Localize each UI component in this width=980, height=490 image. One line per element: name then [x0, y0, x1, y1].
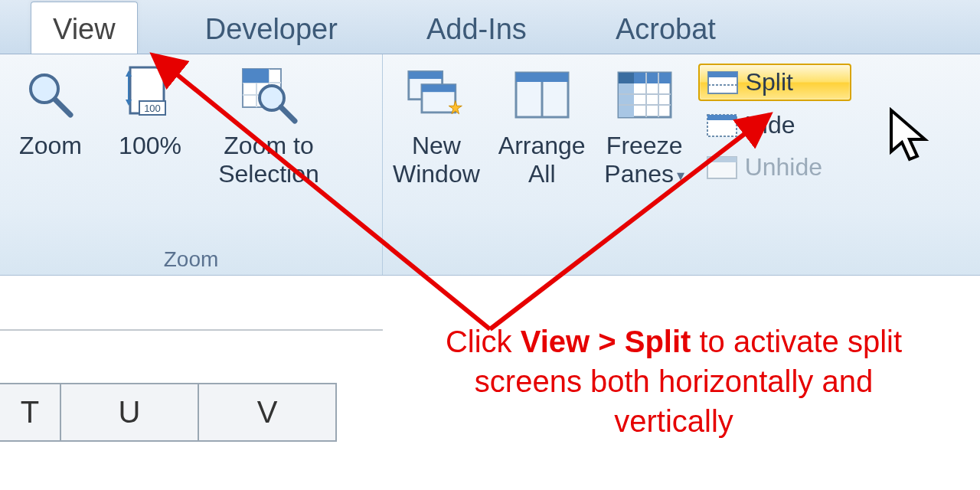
- hide-label: Hide: [745, 111, 795, 139]
- new-window-icon: [406, 64, 467, 126]
- zoom-label: Zoom: [19, 132, 82, 160]
- group-zoom: Zoom 100 100%: [0, 54, 383, 275]
- svg-text:100: 100: [144, 103, 161, 114]
- gridline: [0, 329, 383, 331]
- column-header-v[interactable]: V: [199, 384, 337, 440]
- zoom-button[interactable]: Zoom: [5, 57, 96, 161]
- hide-icon: [707, 114, 737, 137]
- svg-rect-23: [516, 73, 568, 82]
- tab-acrobat[interactable]: Acrobat: [594, 2, 737, 54]
- zoom-selection-icon: [238, 64, 299, 126]
- zoom-100-button[interactable]: 100 100%: [104, 57, 196, 161]
- column-header-u[interactable]: U: [61, 384, 199, 440]
- svg-line-1: [55, 100, 70, 115]
- tab-view[interactable]: View: [31, 2, 138, 54]
- svg-line-16: [281, 107, 295, 121]
- hide-button[interactable]: Hide: [698, 107, 851, 143]
- split-button[interactable]: Split: [698, 64, 851, 101]
- svg-rect-14: [256, 69, 269, 83]
- zoom-to-selection-label: Zoom to Selection: [218, 132, 319, 188]
- svg-rect-39: [707, 157, 737, 162]
- svg-rect-28: [619, 73, 634, 83]
- column-header-t[interactable]: T: [0, 384, 61, 440]
- split-label: Split: [746, 68, 793, 96]
- arrange-all-label: Arrange All: [498, 132, 586, 188]
- ribbon-tabstrip: View Developer Add-Ins Acrobat: [0, 0, 980, 54]
- page-100-icon: 100: [119, 64, 181, 126]
- svg-rect-34: [708, 72, 737, 77]
- arrange-all-icon: [511, 64, 573, 126]
- zoom-to-selection-button[interactable]: Zoom to Selection: [204, 57, 334, 189]
- unhide-icon: [707, 156, 737, 179]
- zoom-100-label: 100%: [119, 132, 181, 160]
- svg-rect-13: [243, 69, 256, 83]
- ribbon: Zoom 100 100%: [0, 54, 980, 276]
- svg-rect-18: [409, 72, 443, 80]
- svg-rect-37: [707, 115, 737, 120]
- freeze-panes-button[interactable]: Freeze Panes▾: [599, 57, 691, 189]
- annotation-text: Click View > Split to activate split scr…: [413, 322, 934, 441]
- new-window-label: New Window: [393, 132, 480, 188]
- tab-add-ins[interactable]: Add-Ins: [405, 2, 548, 54]
- tab-developer[interactable]: Developer: [184, 2, 359, 54]
- arrange-all-button[interactable]: Arrange All: [493, 57, 591, 189]
- magnifier-icon: [20, 64, 81, 126]
- group-window: New Window Arrange All: [383, 54, 980, 275]
- svg-rect-20: [422, 85, 456, 93]
- new-window-button[interactable]: New Window: [387, 57, 485, 189]
- chevron-down-icon: ▾: [677, 167, 684, 185]
- unhide-button: Unhide: [698, 149, 851, 185]
- column-headers[interactable]: T U V: [0, 383, 337, 442]
- freeze-panes-icon: [614, 64, 675, 126]
- unhide-label: Unhide: [745, 153, 822, 181]
- freeze-panes-label: Freeze Panes▾: [604, 132, 684, 188]
- group-zoom-label: Zoom: [5, 246, 377, 275]
- split-icon: [707, 71, 738, 94]
- window-small-buttons: Split Hide: [698, 57, 856, 185]
